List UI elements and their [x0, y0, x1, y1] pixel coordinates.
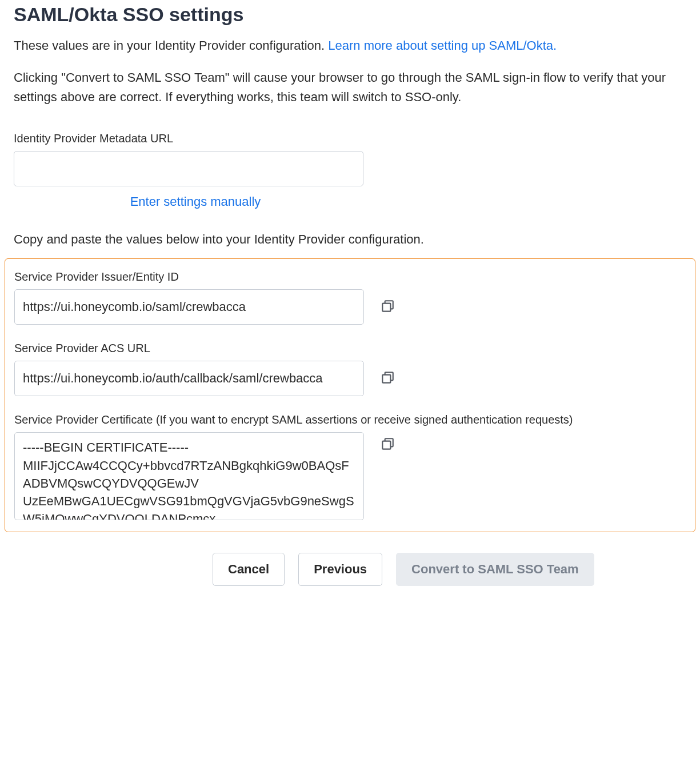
- enter-settings-manually-link[interactable]: Enter settings manually: [14, 194, 377, 209]
- convert-button[interactable]: Convert to SAML SSO Team: [396, 553, 594, 586]
- sp-issuer-field: Service Provider Issuer/Entity ID: [14, 270, 686, 325]
- previous-button[interactable]: Previous: [298, 553, 382, 586]
- idp-metadata-label: Identity Provider Metadata URL: [14, 132, 686, 145]
- intro-paragraph: These values are in your Identity Provid…: [14, 36, 686, 55]
- learn-more-link[interactable]: Learn more about setting up SAML/Okta.: [328, 38, 557, 53]
- sp-cert-value[interactable]: [14, 432, 364, 520]
- svg-rect-0: [382, 304, 390, 312]
- page-title: SAML/Okta SSO settings: [14, 3, 686, 26]
- copy-cert-button[interactable]: [379, 436, 396, 453]
- copy-icon: [380, 437, 395, 452]
- intro-text: These values are in your Identity Provid…: [14, 38, 328, 53]
- copy-instruction: Copy and paste the values below into you…: [14, 232, 686, 247]
- copy-acs-button[interactable]: [379, 369, 396, 386]
- sp-cert-label: Service Provider Certificate (If you wan…: [14, 413, 686, 426]
- sp-acs-value[interactable]: [14, 361, 364, 396]
- svg-rect-2: [382, 441, 390, 449]
- cancel-button[interactable]: Cancel: [213, 553, 285, 586]
- button-row: Cancel Previous Convert to SAML SSO Team: [213, 553, 686, 586]
- sp-cert-label-sub: (If you want to encrypt SAML assertions …: [156, 413, 573, 426]
- copy-issuer-button[interactable]: [379, 298, 396, 315]
- sp-issuer-value[interactable]: [14, 289, 364, 325]
- svg-rect-1: [382, 375, 390, 383]
- copy-icon: [380, 299, 395, 314]
- service-provider-box: Service Provider Issuer/Entity ID Servic…: [5, 258, 695, 532]
- sp-acs-field: Service Provider ACS URL: [14, 342, 686, 396]
- sp-acs-label: Service Provider ACS URL: [14, 342, 686, 355]
- copy-icon: [380, 370, 395, 385]
- idp-metadata-input[interactable]: [14, 151, 363, 186]
- convert-explanation: Clicking "Convert to SAML SSO Team" will…: [14, 68, 686, 107]
- idp-metadata-field: Identity Provider Metadata URL Enter set…: [14, 132, 686, 209]
- sp-cert-field: Service Provider Certificate (If you wan…: [14, 413, 686, 520]
- sp-cert-label-main: Service Provider Certificate: [14, 413, 156, 426]
- sp-issuer-label: Service Provider Issuer/Entity ID: [14, 270, 686, 284]
